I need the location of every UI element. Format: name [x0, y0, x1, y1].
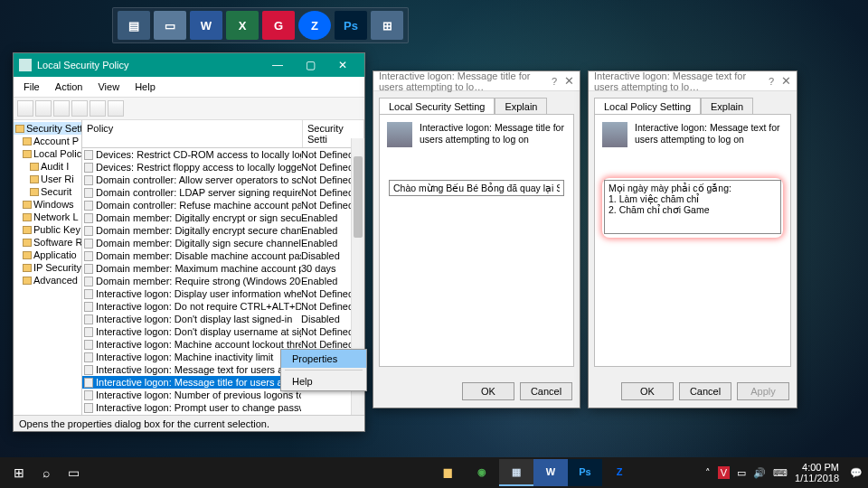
- cancel-button[interactable]: Cancel: [520, 382, 572, 400]
- dock-icon[interactable]: ▤: [118, 11, 150, 40]
- tray-network-icon[interactable]: ▭: [737, 467, 746, 479]
- apply-button[interactable]: Apply: [737, 382, 789, 400]
- context-menu: Properties Help: [280, 349, 367, 391]
- close-button[interactable]: ✕: [326, 53, 359, 77]
- tree-node[interactable]: Network L: [14, 211, 81, 223]
- policy-row[interactable]: Domain controller: Allow server operator…: [82, 174, 364, 186]
- tree-node[interactable]: Windows: [14, 198, 81, 211]
- cancel-button[interactable]: Cancel: [679, 382, 731, 400]
- taskview-icon[interactable]: ▭: [60, 460, 87, 485]
- search-icon[interactable]: ⌕: [33, 460, 60, 485]
- tree-node[interactable]: Applicatio: [14, 249, 81, 261]
- ok-button[interactable]: OK: [462, 382, 514, 400]
- tab-local-policy[interactable]: Local Policy Setting: [594, 98, 701, 115]
- excel-icon[interactable]: X: [226, 11, 259, 40]
- tray-volume-icon[interactable]: 🔊: [753, 467, 766, 479]
- forward-icon[interactable]: [35, 100, 52, 117]
- ctx-help[interactable]: Help: [281, 372, 366, 390]
- policy-row[interactable]: Domain controller: Refuse machine accoun…: [82, 199, 364, 211]
- policy-row[interactable]: Domain member: Digitally encrypt secure …: [82, 224, 364, 237]
- policy-row[interactable]: Domain member: Require strong (Windows 2…: [82, 275, 364, 287]
- help-icon[interactable]: ?: [552, 76, 557, 87]
- policy-row[interactable]: Domain controller: LDAP server signing r…: [82, 186, 364, 199]
- maximize-button[interactable]: ▢: [294, 53, 326, 77]
- back-icon[interactable]: [17, 100, 33, 117]
- garena-icon[interactable]: G: [262, 11, 295, 40]
- up-icon[interactable]: [53, 100, 70, 117]
- menu-view[interactable]: View: [91, 80, 126, 94]
- tree-node[interactable]: IP Security: [14, 261, 81, 274]
- menu-action[interactable]: Action: [49, 80, 90, 94]
- policy-row[interactable]: Interactive logon: Don't display last si…: [82, 313, 364, 325]
- tree-node[interactable]: Security Setti: [14, 122, 81, 135]
- policy-row[interactable]: Devices: Restrict floppy access to local…: [82, 161, 364, 174]
- ctx-properties[interactable]: Properties: [281, 350, 366, 368]
- photoshop-icon[interactable]: Ps: [335, 11, 367, 40]
- time: 4:00 PM: [795, 462, 839, 473]
- policy-row[interactable]: Devices: Restrict CD-ROM access to local…: [82, 148, 364, 161]
- tree-node[interactable]: Public Key: [14, 223, 81, 236]
- tray-app-icon[interactable]: V: [718, 466, 730, 479]
- policy-row[interactable]: Interactive logon: Do not require CTRL+A…: [82, 300, 364, 313]
- tree-node[interactable]: User Ri: [14, 173, 81, 185]
- close-icon[interactable]: ✕: [564, 74, 574, 88]
- menubar: File Action View Help: [14, 77, 364, 98]
- help-icon[interactable]: ?: [769, 76, 774, 87]
- policy-row[interactable]: Domain member: Digitally sign secure cha…: [82, 237, 364, 249]
- help-icon[interactable]: [108, 100, 124, 117]
- minimize-button[interactable]: —: [261, 53, 294, 77]
- folder-icon: [30, 188, 39, 196]
- clock[interactable]: 4:00 PM 1/11/2018: [795, 462, 839, 483]
- word-icon[interactable]: W: [190, 11, 222, 40]
- tree-node[interactable]: Local Polici: [14, 147, 81, 160]
- tab-explain[interactable]: Explain: [495, 98, 547, 115]
- tree-node[interactable]: Securit: [14, 185, 81, 198]
- task-zalo[interactable]: Z: [602, 459, 637, 486]
- titlebar[interactable]: Local Security Policy — ▢ ✕: [14, 53, 364, 77]
- policy-icon: [84, 403, 93, 413]
- menu-file[interactable]: File: [17, 80, 46, 94]
- export-icon[interactable]: [71, 100, 88, 117]
- message-title-input[interactable]: [389, 180, 564, 196]
- col-policy[interactable]: Policy: [82, 120, 303, 147]
- zalo-icon[interactable]: Z: [298, 11, 331, 40]
- scrollbar-thumb[interactable]: [354, 156, 363, 238]
- message-text-dialog: Interactive logon: Message text for user…: [588, 70, 797, 408]
- tray-chevron-icon[interactable]: ˄: [705, 467, 711, 479]
- task-ps[interactable]: Ps: [568, 459, 602, 486]
- message-text-input[interactable]: [604, 180, 781, 234]
- task-chrome[interactable]: ◉: [465, 459, 499, 486]
- ok-button[interactable]: OK: [621, 382, 674, 400]
- policy-row[interactable]: Domain member: Disable machine account p…: [82, 249, 364, 262]
- nav-tree[interactable]: Security SettiAccount PLocal PoliciAudit…: [14, 120, 82, 424]
- folder-icon: [23, 150, 32, 158]
- close-icon[interactable]: ✕: [781, 74, 791, 88]
- tab-explain[interactable]: Explain: [701, 98, 753, 115]
- message-title-dialog: Interactive logon: Message title for use…: [373, 70, 580, 408]
- policy-row[interactable]: Interactive logon: Don't display usernam…: [82, 325, 364, 338]
- start-button[interactable]: ⊞: [5, 460, 33, 485]
- dock-icon[interactable]: ⊞: [371, 11, 403, 40]
- list-header[interactable]: Policy Security Setti: [82, 120, 364, 148]
- policy-row[interactable]: Domain member: Digitally encrypt or sign…: [82, 211, 364, 224]
- refresh-icon[interactable]: [90, 100, 106, 117]
- tray-lang-icon[interactable]: ⌨: [773, 467, 788, 479]
- menu-help[interactable]: Help: [128, 80, 162, 94]
- policy-icon: [84, 289, 93, 299]
- dock-icon[interactable]: ▭: [154, 11, 186, 40]
- task-secpol[interactable]: ▦: [499, 459, 533, 486]
- tree-node[interactable]: Advanced: [14, 274, 81, 286]
- tree-node[interactable]: Audit I: [14, 160, 81, 173]
- tab-local-security[interactable]: Local Security Setting: [379, 98, 495, 115]
- tree-node[interactable]: Account P: [14, 135, 81, 147]
- folder-icon: [23, 213, 32, 221]
- task-explorer[interactable]: ▆: [430, 459, 465, 486]
- policy-row[interactable]: Interactive logon: Display user informat…: [82, 287, 364, 300]
- notifications-icon[interactable]: 💬: [850, 467, 863, 479]
- titlebar[interactable]: Interactive logon: Message title for use…: [373, 71, 580, 91]
- titlebar[interactable]: Interactive logon: Message text for user…: [589, 71, 797, 91]
- task-word[interactable]: W: [533, 459, 568, 486]
- policy-row[interactable]: Interactive logon: Prompt user to change…: [82, 401, 364, 414]
- tree-node[interactable]: Software R: [14, 236, 81, 249]
- policy-row[interactable]: Domain member: Maximum machine account p…: [82, 262, 364, 275]
